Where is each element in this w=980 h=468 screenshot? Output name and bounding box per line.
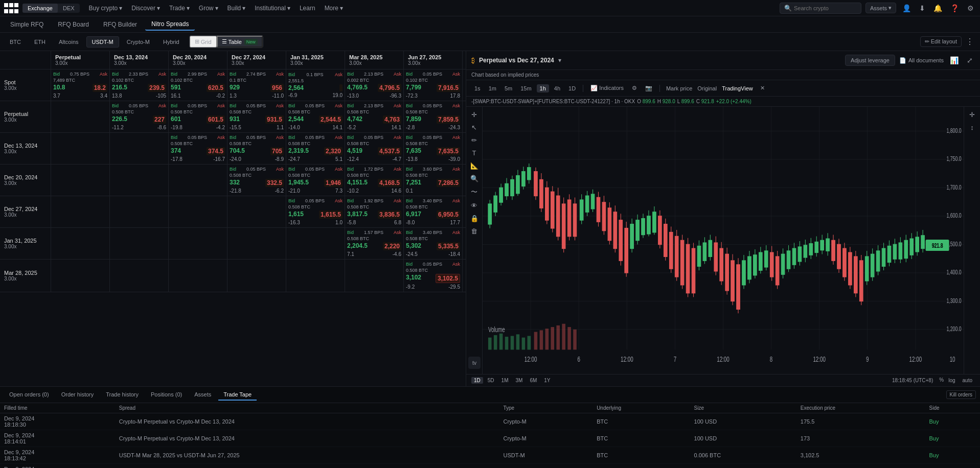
screenshot-btn[interactable]: 📷 (642, 84, 655, 92)
grid-view-btn[interactable]: ⊞ Grid (190, 36, 217, 48)
spread-cell[interactable]: Bid 0.05 BPS Ask 0.102 BTC 7,799 7,916.5… (404, 69, 463, 101)
spread-cell[interactable]: Bid 2.74 BPS Ask 0.1 BTC 929 956 1.3 -11… (227, 69, 286, 101)
more-options-btn[interactable]: ⋮ (964, 37, 976, 46)
time-1m[interactable]: 1M (499, 377, 511, 384)
tf-1h[interactable]: 1h (537, 84, 549, 92)
more-btn[interactable]: More ▾ (321, 3, 347, 14)
tab-altcoins[interactable]: Altcoins (53, 36, 84, 48)
spread-cell[interactable]: Bid 0.05 BPS Ask 0.508 BTC 3,102 3,102.5… (404, 260, 463, 292)
spread-cell[interactable]: Bid 1.57 BPS Ask 0.508 BTC 2,204.5 2,220… (345, 228, 404, 259)
discover-btn[interactable]: Discover ▾ (127, 3, 164, 14)
spread-cell[interactable]: Bid 0.05 BPS Ask 0.508 BTC 226.5 227 -11… (110, 101, 169, 132)
crosshair-tool[interactable]: ✛ (471, 111, 477, 119)
tab-order-history[interactable]: Order history (56, 389, 99, 401)
tab-hybrid[interactable]: Hybrid (157, 36, 185, 48)
subnav-rfq-builder[interactable]: RFQ Builder (97, 19, 143, 30)
dropdown-icon[interactable]: ▾ (558, 57, 561, 64)
tab-assets[interactable]: Assets (189, 389, 216, 401)
eye-tool[interactable]: 👁 (471, 202, 477, 209)
spread-cell[interactable]: Bid 0.05 BPS Ask 0.508 BTC 2,319.5 2,320… (286, 133, 345, 164)
log-btn[interactable]: log (946, 377, 958, 384)
spread-cell[interactable]: Bid 1.72 BPS Ask 0.508 BTC 4,151.5 4,168… (345, 165, 404, 196)
spread-cell[interactable]: Bid 2.13 BPS Ask 0.508 BTC 4,742 4,763 -… (345, 101, 404, 132)
kill-orders-btn[interactable]: Kill orders (946, 390, 976, 399)
settings-icon-btn[interactable]: ⚙ (965, 2, 976, 14)
original-btn[interactable]: Original (695, 84, 719, 92)
spread-cell[interactable]: Bid 0.05 BPS Ask 0.508 BTC 7,635 7,635.5… (404, 133, 463, 164)
chart-settings-btn[interactable]: 📊 (948, 54, 961, 66)
tab-positions[interactable]: Positions (0) (146, 389, 187, 401)
spread-cell[interactable]: Bid 0.05 BPS Ask 0.508 BTC 1,615 1,615.5… (286, 196, 345, 227)
time-5d[interactable]: 5D (485, 377, 497, 384)
tab-usdt-m[interactable]: USDT-M (86, 36, 119, 48)
draw-tool[interactable]: ✏ (471, 136, 477, 144)
adjust-leverage-btn[interactable]: Adjust leverage (845, 55, 895, 66)
dex-btn[interactable]: DEX (58, 4, 80, 13)
search-box[interactable]: 🔍 (780, 3, 861, 14)
tf-4h[interactable]: 4h (551, 84, 563, 92)
time-3m[interactable]: 3M (513, 377, 526, 384)
tf-1s[interactable]: 1s (471, 84, 484, 92)
spread-cell[interactable]: Bid 3.60 BPS Ask 0.508 BTC 7,251 7,286.5… (404, 165, 463, 196)
spread-cell[interactable]: Bid 0.05 BPS Ask 0.508 BTC 4,519 4,537.5… (345, 133, 404, 164)
zoom-tool[interactable]: 🔍 (470, 175, 478, 182)
tab-crypto-m[interactable]: Crypto-M (121, 36, 155, 48)
okx-logo[interactable] (4, 3, 18, 13)
auto-btn[interactable]: auto (960, 377, 975, 384)
tab-btc[interactable]: BTC (4, 36, 27, 48)
tf-5m[interactable]: 5m (502, 84, 515, 92)
right-tool-1[interactable]: ✛ (969, 111, 975, 119)
tf-1d[interactable]: 1D (565, 84, 579, 92)
tab-trade-tape[interactable]: Trade Tape (218, 389, 257, 401)
download-icon-btn[interactable]: ⬇ (917, 2, 927, 14)
spread-cell[interactable]: Bid 0.05 BPS Ask 0.508 BTC 374 374.5 -17… (169, 133, 227, 164)
indicators-btn[interactable]: 📈 Indicators (587, 84, 627, 92)
tradingview-btn[interactable]: TradingView (720, 84, 755, 92)
trade-btn[interactable]: Trade ▾ (165, 3, 194, 14)
time-1d[interactable]: 1D (471, 377, 483, 384)
spread-cell[interactable]: Bid 0.1 BPS Ask 2,551.5 2,564 -6.9 19.0 (286, 69, 345, 101)
tab-open-orders[interactable]: Open orders (0) (4, 389, 54, 401)
exchange-dex-toggle[interactable]: Exchange DEX (22, 4, 80, 13)
text-tool[interactable]: T (472, 149, 476, 157)
tf-1m[interactable]: 1m (486, 84, 499, 92)
tab-trade-history[interactable]: Trade history (101, 389, 144, 401)
buy-crypto-btn[interactable]: Buy crypto ▾ (85, 3, 127, 14)
spread-cell[interactable]: Bid 2.13 BPS Ask 0.002 BTC 4,769.5 4,796… (345, 69, 404, 101)
spread-cell[interactable]: Bid 1.92 BPS Ask 0.508 BTC 3,817.5 3,836… (345, 196, 404, 227)
exchange-btn[interactable]: Exchange (22, 4, 58, 13)
spread-cell[interactable]: Bid 0.05 BPS Ask 0.508 BTC 704.5 705 -24… (227, 133, 286, 164)
grow-btn[interactable]: Grow ▾ (195, 3, 222, 14)
subnav-nitro-spreads[interactable]: Nitro Spreads (145, 18, 195, 31)
spread-cell[interactable]: Bid 0.05 BPS Ask 0.508 BTC 2,544 2,544.5… (286, 101, 345, 132)
spread-cell[interactable]: Bid 0.05 BPS Ask 0.508 BTC 332 332.5 -21… (227, 165, 286, 196)
trash-tool[interactable]: 🗑 (471, 227, 477, 235)
subnav-rfq-board[interactable]: RFQ Board (52, 19, 95, 30)
subnav-simple-rfq[interactable]: Simple RFQ (4, 19, 50, 30)
help-icon-btn[interactable]: ❓ (948, 2, 961, 14)
profile-icon-btn[interactable]: 👤 (900, 2, 913, 14)
spread-cell[interactable]: Bid 2.33 BPS Ask 0.102 BTC 216.5 239.5 1… (110, 69, 169, 101)
chart-expand-btn[interactable]: ⤢ (965, 54, 975, 66)
chart-settings-icon-btn[interactable]: ⚙ (629, 84, 640, 92)
spread-cell[interactable]: Bid 0.05 BPS Ask 0.508 BTC 1,945.5 1,946… (286, 165, 345, 196)
measure-tool[interactable]: 📐 (470, 162, 478, 170)
spread-cell[interactable]: Bid 0.75 BPS Ask 7,489 BTC 10.8 18.2 3.7… (51, 69, 110, 101)
spread-cell[interactable]: Bid 0.05 BPS Ask 0.508 BTC 7,859 7,859.5… (404, 101, 463, 132)
build-btn[interactable]: Build ▾ (223, 3, 250, 14)
chart-close-btn[interactable]: ✕ (757, 84, 768, 92)
tf-15m[interactable]: 15m (517, 84, 534, 92)
time-6m[interactable]: 6M (527, 377, 539, 384)
spread-cell[interactable]: Bid 2.99 BPS Ask 0.102 BTC 591 620.5 16.… (169, 69, 227, 101)
time-1y[interactable]: 1Y (541, 377, 553, 384)
edit-layout-btn[interactable]: ✏ Edit layout (920, 36, 962, 47)
fib-tool[interactable]: 〜 (471, 188, 477, 197)
tab-eth[interactable]: ETH (29, 36, 51, 48)
spread-cell[interactable]: Bid 0.05 BPS Ask 0.508 BTC 601 601.5 -19… (169, 101, 227, 132)
all-documents-btn[interactable]: 📄 All documents (899, 57, 944, 64)
magnet-tool[interactable]: 🔒 (470, 215, 478, 222)
mark-price-btn[interactable]: Mark price (664, 84, 694, 92)
right-tool-2[interactable]: ↕ (970, 124, 974, 131)
notifications-icon-btn[interactable]: 🔔 (931, 2, 944, 14)
table-view-btn[interactable]: ☰ Table New (217, 36, 263, 48)
